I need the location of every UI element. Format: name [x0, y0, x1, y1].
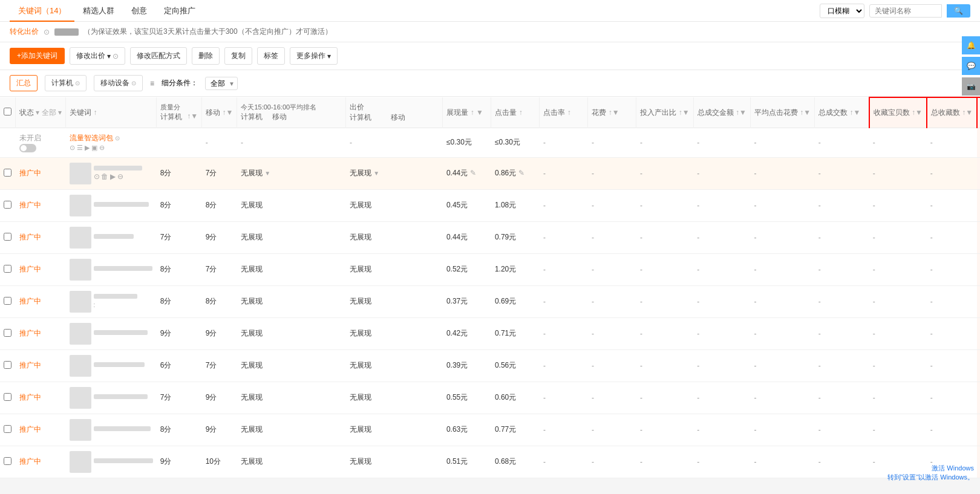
add-keyword-button[interactable]: +添加关键词: [10, 48, 65, 64]
row3-bid-mobile: 0.79元: [491, 221, 540, 253]
table-row: 推广中 8分 8分 无展现 无展现 0.45元 1.08元 - - - - - …: [0, 189, 980, 221]
bundle-toggle[interactable]: [19, 144, 36, 152]
th-checkbox: [0, 97, 16, 128]
row1-rank-pc-filter[interactable]: ▼: [264, 170, 270, 177]
filter-tab-mobile[interactable]: 移动设备 ⊙: [94, 75, 143, 91]
row2-roi: -: [750, 189, 814, 221]
avg-cost-sort[interactable]: ↑▼: [800, 108, 811, 117]
condition-select[interactable]: 全部: [205, 77, 238, 90]
row4-favorites: -: [977, 253, 980, 285]
table-row: 推广中 9分 10分 无展现 无展现 0.51元 0.68元 - - - - -…: [0, 446, 980, 478]
message-tool[interactable]: 💬: [962, 57, 980, 75]
row1-total-trades: -: [927, 157, 977, 189]
row5-keyword-cell: :: [66, 285, 157, 317]
row9-ctr: -: [636, 414, 693, 446]
total-trades-sort[interactable]: ↑▼: [849, 108, 860, 117]
bundle-favorites: -: [977, 128, 980, 158]
row7-impressions: -: [540, 349, 588, 382]
row1-keyword-img: [70, 163, 91, 184]
row1-rank-mobile-filter[interactable]: ▼: [373, 170, 379, 177]
row1-bid-pc-edit-icon[interactable]: ✎: [470, 169, 476, 177]
status-all-arrow[interactable]: ▾: [58, 108, 62, 117]
status-sort-icon[interactable]: ▾: [36, 108, 39, 117]
mobile-tip-icon[interactable]: ⊙: [131, 80, 136, 86]
row10-checkbox[interactable]: [4, 457, 11, 465]
row4-checkbox[interactable]: [4, 265, 11, 273]
row1-rank-pc: 无展现 ▼: [237, 157, 346, 189]
match-type-select[interactable]: 口模糊: [820, 4, 864, 18]
quality-sort-up-pc[interactable]: ↑▼: [187, 112, 198, 122]
row9-checkbox[interactable]: [4, 425, 11, 433]
nav-directed[interactable]: 定向推广: [155, 0, 204, 22]
row1-action-chart[interactable]: ▶: [110, 172, 116, 181]
row10-spend: -: [693, 446, 750, 478]
spend-sort[interactable]: ↑▼: [609, 108, 619, 117]
keyword-search-input[interactable]: [869, 4, 942, 18]
bundle-tip-icon[interactable]: ⊙: [115, 135, 120, 141]
more-button[interactable]: 更多操作 ▾: [290, 47, 338, 65]
row1-gmv: -: [815, 157, 869, 189]
modify-price-button[interactable]: 修改出价 ▾ ⊙: [70, 47, 125, 65]
bundle-icons[interactable]: ⊙ ☰ ▶ ▣ ⊖: [70, 144, 105, 151]
row8-checkbox-cell: [0, 382, 16, 414]
row6-checkbox[interactable]: [4, 329, 11, 337]
row7-checkbox-cell: [0, 349, 16, 382]
pc-tip-icon[interactable]: ⊙: [75, 80, 80, 86]
nav-keywords[interactable]: 关键词（14）: [10, 0, 74, 22]
select-all-checkbox[interactable]: [4, 108, 11, 115]
bundle-row: 未开启 流量智选词包 ⊙ ⊙ ☰ ▶ ▣ ⊖ - - -: [0, 128, 980, 158]
impressions-sort[interactable]: ↑: [471, 108, 474, 117]
keyword-sort-icon[interactable]: ↑: [93, 108, 97, 117]
row1-action-delete[interactable]: 🗑: [101, 172, 108, 181]
impressions-label: 展现量: [446, 108, 468, 117]
copy-button[interactable]: 复制: [224, 47, 252, 65]
row5-checkbox[interactable]: [4, 297, 11, 305]
bell-tool[interactable]: 🔔: [962, 36, 980, 54]
row1-checkbox[interactable]: [4, 169, 11, 177]
row7-name: [94, 362, 145, 367]
row7-checkbox[interactable]: [4, 361, 11, 369]
modify-match-button[interactable]: 修改匹配方式: [130, 47, 187, 65]
quality-mobile-sort[interactable]: ↑▼: [223, 108, 234, 117]
tag-button[interactable]: 标签: [257, 47, 285, 65]
impressions-filter[interactable]: ▼: [476, 108, 483, 117]
activate-line2[interactable]: 转到"设置"以激活 Windows。: [887, 473, 975, 478]
row2-img: [70, 195, 91, 216]
row4-total-trades: -: [927, 253, 977, 285]
row9-status: 推广中: [19, 425, 41, 434]
row1-keyword-actions: ⊙ 🗑 ▶ ⊖: [94, 172, 142, 181]
row2-rank-mobile: 无展现: [346, 189, 443, 221]
nav-audience[interactable]: 精选人群: [74, 0, 123, 22]
ctr-sort[interactable]: ↑: [567, 108, 571, 117]
row8-checkbox[interactable]: [4, 393, 11, 401]
row1-action-view[interactable]: ⊙: [94, 172, 100, 181]
modify-price-tip-icon[interactable]: ⊙: [113, 52, 119, 60]
roi-sort[interactable]: ↑▼: [679, 108, 690, 117]
row3-name: [94, 234, 134, 239]
table-wrap: 状态 ▾ 全部 ▾ 关键词 ↑ 质量分 计算机 ↑▼: [0, 97, 980, 478]
row1-rank-mobile: 无展现 ▼: [346, 157, 443, 189]
row8-impressions: -: [540, 382, 588, 414]
camera-tool[interactable]: 📷: [962, 77, 980, 96]
row3-checkbox[interactable]: [4, 233, 11, 241]
search-button[interactable]: 🔍: [947, 4, 970, 18]
status-all-label[interactable]: 全部: [42, 108, 56, 117]
delete-button[interactable]: 删除: [192, 47, 220, 65]
clicks-sort[interactable]: ↑: [519, 108, 523, 117]
favorites-sort[interactable]: ↑▼: [912, 108, 923, 117]
row5-checkbox-cell: [0, 285, 16, 317]
row1-action-minus[interactable]: ⊖: [117, 172, 123, 181]
gmv-sort[interactable]: ↑▼: [736, 108, 746, 117]
row2-quality-pc: 8分: [157, 189, 202, 221]
filter-tab-pc[interactable]: 计算机 ⊙: [45, 75, 87, 91]
nav-creative[interactable]: 创意: [123, 0, 155, 22]
row1-bid-mobile-edit-icon[interactable]: ✎: [518, 169, 524, 177]
total-favorites-sort[interactable]: ↑▼: [962, 108, 973, 117]
filter-tab-summary[interactable]: 汇总: [10, 75, 38, 91]
row1-keyword-content: ⊙ 🗑 ▶ ⊖: [70, 163, 153, 184]
table-container: 状态 ▾ 全部 ▾ 关键词 ↑ 质量分 计算机 ↑▼: [0, 97, 980, 478]
table-header-row: 状态 ▾ 全部 ▾ 关键词 ↑ 质量分 计算机 ↑▼: [0, 97, 980, 128]
row5-bid-mobile: 0.69元: [491, 285, 540, 317]
conversion-icon[interactable]: ⊙: [44, 28, 50, 36]
row2-checkbox[interactable]: [4, 201, 11, 209]
